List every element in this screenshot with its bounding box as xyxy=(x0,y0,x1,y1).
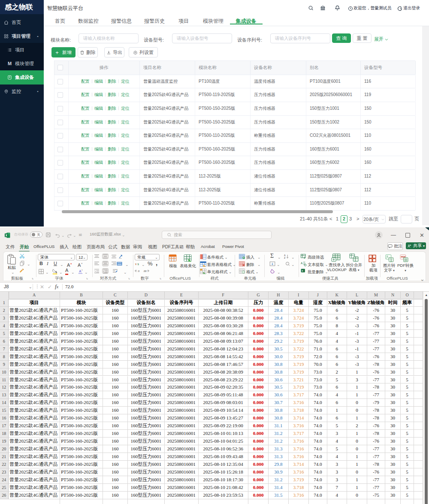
svg-text:.0: .0 xyxy=(137,270,139,272)
svg-text:.00: .00 xyxy=(143,270,147,272)
svg-text:A: A xyxy=(301,262,303,265)
svg-text:¥: ¥ xyxy=(135,263,137,266)
svg-text:Z: Z xyxy=(284,257,286,259)
svg-text:A: A xyxy=(284,254,286,257)
svg-text:$: $ xyxy=(138,263,139,266)
